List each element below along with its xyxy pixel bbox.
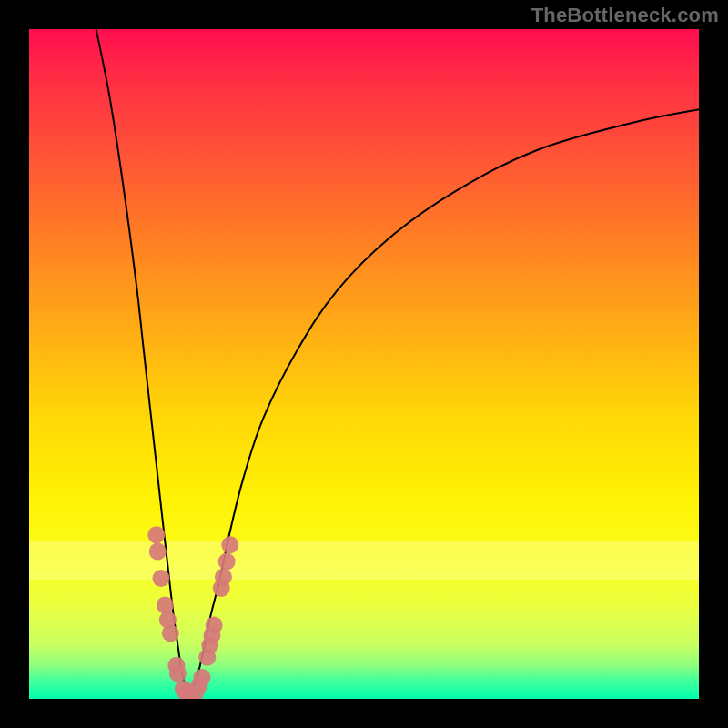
data-marker <box>169 665 187 682</box>
data-marker <box>221 536 238 553</box>
curve-group <box>96 29 699 699</box>
plot-area <box>29 29 699 699</box>
data-marker <box>157 596 174 613</box>
data-marker <box>162 624 179 642</box>
data-marker <box>149 543 167 561</box>
chart-svg <box>29 29 699 699</box>
watermark-label: TheBottleneck.com <box>531 4 719 27</box>
data-marker <box>206 617 223 634</box>
data-marker <box>218 553 236 571</box>
data-marker <box>147 526 165 543</box>
chart-frame: TheBottleneck.com <box>0 0 728 728</box>
data-marker <box>193 669 210 686</box>
curve-right-branch <box>190 109 699 699</box>
data-marker <box>152 570 169 587</box>
data-marker <box>215 569 232 586</box>
curve-left-branch <box>96 29 190 699</box>
